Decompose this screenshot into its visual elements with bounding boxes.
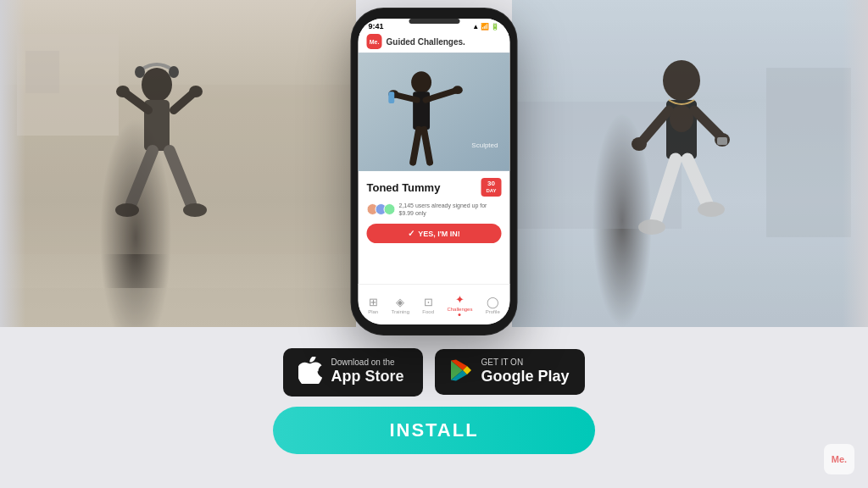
app-store-top-label: Download on the — [331, 358, 403, 368]
challenge-title: Toned Tummy — [367, 181, 441, 194]
social-proof-text: 2,145 users already signed up for $9.99 … — [399, 202, 502, 217]
apple-icon — [298, 357, 322, 388]
nav-plan[interactable]: ⊞ Plan — [368, 296, 378, 314]
background-right — [512, 0, 868, 335]
app-store-text: Download on the App Store — [331, 358, 403, 386]
app-logo: Me. — [367, 34, 382, 49]
nav-profile-label: Profile — [486, 309, 500, 314]
active-indicator — [459, 313, 461, 316]
day-label: DAY — [486, 188, 496, 195]
phone-content: Toned Tummy 30 DAY 2,145 users already s… — [359, 171, 510, 250]
profile-icon: ◯ — [487, 296, 499, 308]
nav-food[interactable]: ⊡ Food — [422, 296, 434, 314]
svg-point-19 — [663, 60, 700, 101]
svg-rect-30 — [717, 137, 727, 145]
phone-time: 9:41 — [369, 22, 384, 30]
plan-icon: ⊞ — [369, 296, 378, 308]
google-play-text: GET IT ON Google Play — [481, 358, 569, 386]
nav-training[interactable]: ◈ Training — [392, 296, 409, 314]
svg-point-8 — [116, 86, 130, 97]
bottom-section: Download on the App Store GET IT ON Goog… — [0, 327, 868, 488]
svg-point-4 — [142, 68, 172, 102]
phone-hero: Sculpted Flat abs — [359, 53, 510, 171]
hero-subtitle: Sculpted — [453, 141, 498, 149]
svg-point-13 — [183, 203, 207, 217]
watermark-text: Me. — [832, 454, 847, 464]
app-store-main-label: App Store — [331, 368, 403, 386]
svg-point-23 — [632, 137, 647, 151]
store-buttons-container: Download on the App Store GET IT ON Goog… — [283, 348, 584, 396]
nav-food-label: Food — [422, 309, 434, 314]
svg-point-28 — [638, 219, 665, 235]
install-label: INSTALL — [389, 419, 478, 441]
phone-nav: ⊞ Plan ◈ Training ⊡ Food ✦ Challenges — [359, 284, 510, 324]
challenges-icon: ✦ — [455, 293, 465, 306]
phone-header: Me. Guided Challenges. — [359, 32, 510, 53]
challenge-row: Toned Tummy 30 DAY — [367, 178, 502, 197]
app-title: Guided Challenges. — [387, 37, 465, 47]
phone-cta-label: YES, I'M IN! — [418, 230, 460, 238]
google-play-button[interactable]: GET IT ON Google Play — [435, 349, 584, 395]
phone-screen: 9:41 ▲ 📶 🔋 Me. Guided Challenges. — [359, 19, 510, 324]
svg-rect-31 — [359, 53, 510, 170]
svg-rect-40 — [388, 92, 394, 103]
phone-signal: ▲ 📶 🔋 — [472, 23, 499, 30]
watermark: Me. — [824, 444, 854, 474]
google-play-icon — [450, 358, 472, 386]
user-avatars — [367, 203, 396, 215]
nav-challenges-label: Challenges — [447, 307, 472, 312]
phone-body: 9:41 ▲ 📶 🔋 Me. Guided Challenges. — [352, 8, 517, 335]
svg-rect-17 — [766, 68, 851, 237]
training-icon: ◈ — [396, 296, 404, 308]
check-icon: ✓ — [408, 229, 415, 238]
app-store-button[interactable]: Download on the App Store — [283, 348, 423, 396]
svg-point-32 — [411, 71, 431, 93]
right-strip — [843, 0, 868, 335]
background-left — [0, 0, 356, 335]
left-strip — [0, 0, 25, 335]
social-proof-row: 2,145 users already signed up for $9.99 … — [367, 202, 502, 217]
phone-notch — [409, 19, 459, 24]
svg-point-29 — [698, 202, 725, 217]
nav-plan-label: Plan — [368, 309, 378, 314]
phone-mockup: 9:41 ▲ 📶 🔋 Me. Guided Challenges. — [352, 8, 517, 335]
phone-cta-button[interactable]: ✓ YES, I'M IN! — [367, 224, 502, 243]
google-play-main-label: Google Play — [481, 368, 569, 386]
food-icon: ⊡ — [424, 296, 433, 308]
google-play-top-label: GET IT ON — [481, 358, 569, 368]
svg-point-14 — [135, 66, 145, 78]
svg-rect-3 — [25, 51, 59, 93]
nav-training-label: Training — [392, 309, 409, 314]
svg-point-15 — [169, 66, 179, 78]
avatar-3 — [384, 203, 396, 215]
svg-point-37 — [453, 86, 463, 94]
nav-challenges[interactable]: ✦ Challenges — [447, 293, 472, 316]
svg-point-9 — [189, 86, 203, 97]
day-number: 30 — [486, 180, 496, 188]
nav-profile[interactable]: ◯ Profile — [486, 296, 500, 314]
day-badge: 30 DAY — [481, 178, 501, 197]
svg-point-12 — [115, 203, 139, 217]
install-button[interactable]: INSTALL — [273, 407, 595, 454]
